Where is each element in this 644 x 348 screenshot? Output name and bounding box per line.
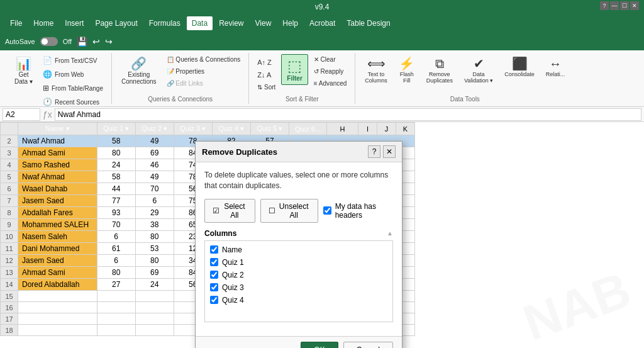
cell-data[interactable]: 49	[135, 171, 174, 183]
cell-data[interactable]	[97, 302, 135, 313]
cell-data[interactable]	[135, 313, 174, 325]
save-button[interactable]: 💾	[77, 36, 87, 47]
cell-data[interactable]: 44	[97, 183, 135, 195]
cell-data[interactable]: 69	[135, 147, 174, 159]
remove-duplicates-button[interactable]: ⧉ RemoveDuplicates	[422, 54, 457, 87]
cell-name[interactable]: Ahmad Sami	[18, 267, 97, 279]
relationships-button[interactable]: ↔ Relati...	[541, 54, 570, 81]
cell-data[interactable]	[97, 291, 135, 302]
menu-help[interactable]: Help	[277, 16, 303, 30]
col-item-name[interactable]: Name	[205, 244, 392, 256]
cell-data[interactable]	[135, 302, 174, 313]
cell-data[interactable]: 6	[97, 255, 135, 267]
cell-name[interactable]: Jasem Saed	[18, 195, 97, 207]
cell-data[interactable]: 69	[135, 267, 174, 279]
cell-name[interactable]: Jasem Saed	[18, 255, 97, 267]
col-item-quiz4[interactable]: Quiz 4	[205, 294, 392, 306]
cell-data[interactable]: 27	[97, 279, 135, 291]
cell-data[interactable]	[135, 325, 174, 336]
select-all-button[interactable]: ☑ Select All	[204, 199, 255, 223]
cell-data[interactable]: 6	[97, 231, 135, 243]
from-text-csv-button[interactable]: 📄 From Text/CSV	[40, 54, 106, 67]
dialog-help-btn[interactable]: ?	[368, 145, 380, 158]
col-header-D[interactable]: Quiz 3 ▾	[174, 123, 212, 135]
cell-data[interactable]	[135, 291, 174, 302]
data-validation-button[interactable]: ✔ DataValidation ▾	[460, 54, 497, 87]
col-checkbox-quiz2[interactable]	[210, 271, 218, 279]
cancel-button[interactable]: Cancel	[343, 342, 393, 348]
col-header-F[interactable]: Quiz 5 ▾	[250, 123, 289, 135]
menu-acrobat[interactable]: Acrobat	[304, 16, 340, 30]
recent-sources-button[interactable]: 🕐 Recent Sources	[40, 96, 106, 108]
sort-button[interactable]: ⇅ Sort	[254, 82, 279, 93]
col-checkbox-quiz1[interactable]	[210, 258, 218, 266]
cell-data[interactable]: 53	[135, 243, 174, 255]
menu-page-layout[interactable]: Page Layout	[90, 16, 142, 30]
cell-data[interactable]: 29	[135, 207, 174, 219]
cell-name[interactable]: Dani Mohammed	[18, 243, 97, 255]
cell-reference[interactable]: A2	[3, 108, 40, 121]
cell-data[interactable]: 24	[135, 279, 174, 291]
col-header-G[interactable]: Quiz 6...	[289, 123, 327, 135]
col-checkbox-quiz3[interactable]	[210, 283, 218, 291]
help-btn[interactable]: ?	[600, 1, 609, 10]
cell-name[interactable]	[18, 313, 97, 325]
cell-name[interactable]: Abdallah Fares	[18, 207, 97, 219]
close-btn[interactable]: ✕	[630, 1, 639, 10]
formula-input[interactable]: Nwaf Ahmad	[55, 108, 641, 121]
queries-connections-btn[interactable]: 📋 Queries & Connections	[164, 54, 244, 65]
consolidate-button[interactable]: ⬛ Consolidate	[500, 54, 539, 81]
maximize-btn[interactable]: ☐	[620, 1, 629, 10]
unselect-all-button[interactable]: ☐ Unselect All	[260, 199, 318, 223]
cell-name[interactable]	[18, 291, 97, 302]
menu-home[interactable]: Home	[28, 16, 58, 30]
cell-data[interactable]: 46	[135, 159, 174, 171]
menu-table-design[interactable]: Table Design	[341, 16, 395, 30]
dialog-close-btn[interactable]: ✕	[383, 145, 396, 158]
menu-file[interactable]: File	[5, 16, 27, 30]
col-checkbox-name[interactable]	[210, 245, 218, 254]
from-table-button[interactable]: ⊞ From Table/Range	[40, 82, 106, 94]
existing-connections-button[interactable]: 🔗 ExistingConnections	[117, 54, 161, 88]
cell-data[interactable]: 38	[135, 219, 174, 231]
from-web-button[interactable]: 🌐 From Web	[40, 68, 106, 81]
cell-data[interactable]: 70	[97, 219, 135, 231]
redo-button[interactable]: ↪	[105, 36, 113, 47]
get-data-button[interactable]: 📊 GetData ▾	[10, 54, 37, 88]
col-checkbox-quiz4[interactable]	[210, 296, 218, 304]
col-item-quiz3[interactable]: Quiz 3	[205, 281, 392, 294]
undo-button[interactable]: ↩	[92, 36, 100, 47]
cell-data[interactable]: 80	[97, 267, 135, 279]
headers-checkbox[interactable]	[323, 206, 331, 215]
col-header-B[interactable]: Quiz 1 ▾	[97, 123, 135, 135]
cell-data[interactable]: 58	[97, 171, 135, 183]
menu-review[interactable]: Review	[214, 16, 248, 30]
flash-fill-button[interactable]: ⚡ FlashFill	[394, 54, 419, 87]
cell-data[interactable]	[97, 325, 135, 336]
cell-name[interactable]: Nasem Saleh	[18, 231, 97, 243]
advanced-button[interactable]: ≡ Advanced	[311, 78, 350, 89]
menu-formulas[interactable]: Formulas	[144, 16, 186, 30]
cell-data[interactable]: 70	[135, 183, 174, 195]
col-item-quiz1[interactable]: Quiz 1	[205, 256, 392, 269]
col-item-quiz2[interactable]: Quiz 2	[205, 269, 392, 281]
reapply-button[interactable]: ↺ Reapply	[311, 66, 350, 77]
columns-list[interactable]: Name Quiz 1 Quiz 2 Quiz 3	[204, 240, 393, 322]
cell-data[interactable]: 24	[97, 159, 135, 171]
menu-data[interactable]: Data	[187, 16, 213, 30]
headers-checkbox-label[interactable]: My data has headers	[323, 202, 393, 220]
cell-name[interactable]: Samo Rashed	[18, 159, 97, 171]
sort-az-button[interactable]: A↑ Z	[254, 57, 279, 68]
cell-data[interactable]: 6	[135, 195, 174, 207]
sort-za-button[interactable]: Z↓ A	[254, 69, 279, 81]
cell-name[interactable]	[18, 325, 97, 336]
cell-name[interactable]: Ahmad Sami	[18, 147, 97, 159]
cell-data[interactable]: 80	[97, 147, 135, 159]
cell-data[interactable]: 61	[97, 243, 135, 255]
filter-button[interactable]: ⬚ Filter	[281, 54, 308, 85]
cell-name[interactable]: Nwaf Ahmad	[18, 171, 97, 183]
autosave-toggle[interactable]	[40, 37, 58, 46]
cell-name[interactable]	[18, 302, 97, 313]
edit-links-btn[interactable]: 🔗 Edit Links	[164, 78, 244, 89]
cell-name[interactable]: Waael Dahab	[18, 183, 97, 195]
